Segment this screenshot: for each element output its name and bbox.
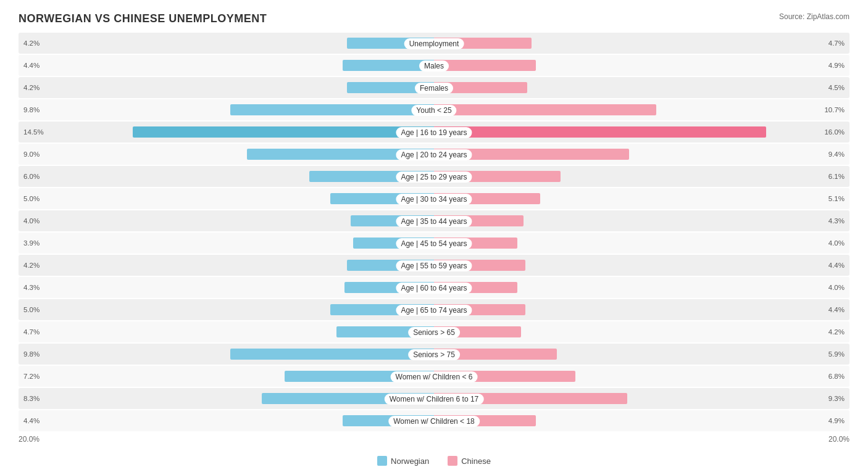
left-section: 4.4% bbox=[19, 410, 434, 431]
bar-inner: 9.8% Seniors > 75 5.9% bbox=[19, 344, 849, 365]
center-label-wrapper: Women w/ Children < 6 bbox=[391, 371, 478, 382]
right-section: 4.9% bbox=[434, 410, 849, 431]
rows-container: 4.2% Unemployment 4.7% bbox=[19, 33, 849, 432]
right-bar-container: 4.5% bbox=[434, 81, 849, 94]
bar-row: 5.0% Age | 65 to 74 years 4.4% bbox=[19, 299, 849, 320]
right-bar bbox=[434, 104, 656, 115]
left-value: 5.0% bbox=[23, 306, 40, 313]
right-bar-container: 4.4% bbox=[434, 258, 849, 272]
right-value: 4.5% bbox=[828, 84, 845, 91]
left-bar-container: 9.8% bbox=[19, 103, 434, 117]
right-value: 10.7% bbox=[824, 106, 845, 114]
center-label-wrapper: Seniors > 65 bbox=[408, 326, 460, 337]
chart-header: NORWEGIAN VS CHINESE UNEMPLOYMENT Source… bbox=[19, 12, 849, 25]
center-label: Age | 60 to 64 years bbox=[396, 283, 472, 294]
right-bar-container: 5.9% bbox=[434, 347, 849, 361]
center-label-wrapper: Age | 30 to 34 years bbox=[396, 193, 472, 204]
right-value: 4.4% bbox=[828, 306, 845, 313]
left-value: 5.0% bbox=[23, 195, 40, 202]
left-value: 9.0% bbox=[23, 151, 40, 158]
left-bar-container: 4.3% bbox=[19, 281, 434, 294]
left-section: 4.2% bbox=[19, 33, 434, 54]
chart-container: NORWEGIAN VS CHINESE UNEMPLOYMENT Source… bbox=[0, 0, 868, 467]
left-bar-container: 7.2% bbox=[19, 370, 434, 383]
right-bar-container: 16.0% bbox=[434, 125, 849, 139]
left-bar-container: 4.4% bbox=[19, 59, 434, 72]
center-label: Age | 16 to 19 years bbox=[396, 127, 472, 138]
center-label: Women w/ Children < 18 bbox=[388, 416, 480, 427]
right-section: 9.3% bbox=[434, 388, 849, 409]
center-label: Youth < 25 bbox=[411, 105, 456, 116]
right-value: 4.9% bbox=[828, 62, 845, 69]
right-section: 4.5% bbox=[434, 77, 849, 98]
left-section: 3.9% bbox=[19, 233, 434, 254]
right-value: 6.1% bbox=[828, 173, 845, 180]
left-value: 8.3% bbox=[23, 395, 40, 402]
bar-row: 4.4% Women w/ Children < 18 4.9% bbox=[19, 410, 849, 431]
right-section: 4.3% bbox=[434, 210, 849, 231]
center-label-wrapper: Age | 55 to 59 years bbox=[396, 260, 472, 271]
right-section: 4.4% bbox=[434, 299, 849, 320]
right-value: 4.7% bbox=[828, 39, 845, 47]
left-section: 4.0% bbox=[19, 210, 434, 231]
bar-inner: 4.2% Age | 55 to 59 years 4.4% bbox=[19, 255, 849, 276]
right-value: 4.2% bbox=[828, 328, 845, 336]
right-section: 5.9% bbox=[434, 344, 849, 365]
right-section: 4.0% bbox=[434, 233, 849, 254]
legend-chinese-box bbox=[448, 456, 457, 466]
center-label-wrapper: Age | 45 to 54 years bbox=[396, 238, 472, 249]
right-value: 4.0% bbox=[828, 239, 845, 247]
left-value: 14.5% bbox=[23, 128, 44, 136]
center-label: Women w/ Children < 6 bbox=[391, 371, 478, 382]
right-section: 4.9% bbox=[434, 55, 849, 76]
left-value: 7.2% bbox=[23, 373, 40, 380]
left-bar bbox=[230, 104, 434, 115]
left-bar-container: 6.0% bbox=[19, 170, 434, 183]
right-bar-container: 9.3% bbox=[434, 392, 849, 405]
left-section: 14.5% bbox=[19, 122, 434, 143]
left-section: 4.2% bbox=[19, 77, 434, 98]
right-bar-container: 4.0% bbox=[434, 236, 849, 250]
bar-inner: 9.0% Age | 20 to 24 years 9.4% bbox=[19, 144, 849, 165]
right-bar-container: 6.1% bbox=[434, 170, 849, 183]
left-value: 6.0% bbox=[23, 173, 40, 180]
left-section: 7.2% bbox=[19, 366, 434, 387]
right-value: 4.3% bbox=[828, 217, 845, 225]
left-bar-container: 5.0% bbox=[19, 192, 434, 205]
bar-row: 4.2% Unemployment 4.7% bbox=[19, 33, 849, 54]
left-value: 4.4% bbox=[23, 417, 40, 424]
left-bar-container: 4.2% bbox=[19, 258, 434, 272]
bar-row: 4.4% Males 4.9% bbox=[19, 55, 849, 76]
center-label-wrapper: Males bbox=[419, 60, 449, 71]
bar-inner: 14.5% Age | 16 to 19 years 16.0% bbox=[19, 122, 849, 143]
left-value: 4.2% bbox=[23, 84, 40, 91]
left-value: 4.2% bbox=[23, 262, 40, 269]
right-bar-container: 5.1% bbox=[434, 192, 849, 205]
bar-row: 4.7% Seniors > 65 4.2% bbox=[19, 321, 849, 342]
axis-right-label: 20.0% bbox=[828, 435, 849, 444]
legend-norwegian: Norwegian bbox=[377, 456, 429, 466]
bar-inner: 4.4% Males 4.9% bbox=[19, 55, 849, 76]
left-value: 4.7% bbox=[23, 328, 40, 336]
bar-inner: 5.0% Age | 65 to 74 years 4.4% bbox=[19, 299, 849, 320]
left-value: 3.9% bbox=[23, 239, 40, 247]
right-value: 5.9% bbox=[828, 350, 845, 358]
left-section: 4.4% bbox=[19, 55, 434, 76]
bar-inner: 4.3% Age | 60 to 64 years 4.0% bbox=[19, 277, 849, 298]
left-bar-container: 9.0% bbox=[19, 147, 434, 161]
legend: Norwegian Chinese bbox=[19, 451, 849, 466]
bar-row: 4.3% Age | 60 to 64 years 4.0% bbox=[19, 277, 849, 298]
right-bar-container: 4.0% bbox=[434, 281, 849, 294]
left-bar-container: 4.2% bbox=[19, 81, 434, 94]
center-label: Age | 20 to 24 years bbox=[396, 149, 472, 160]
bar-row: 4.0% Age | 35 to 44 years 4.3% bbox=[19, 210, 849, 231]
bar-row: 3.9% Age | 45 to 54 years 4.0% bbox=[19, 233, 849, 254]
center-label: Age | 30 to 34 years bbox=[396, 194, 472, 205]
left-value: 9.8% bbox=[23, 350, 40, 358]
bar-inner: 3.9% Age | 45 to 54 years 4.0% bbox=[19, 233, 849, 254]
center-label: Females bbox=[415, 83, 453, 94]
right-value: 4.9% bbox=[828, 417, 845, 424]
bar-row: 14.5% Age | 16 to 19 years 16.0% bbox=[19, 122, 849, 143]
bar-inner: 4.4% Women w/ Children < 18 4.9% bbox=[19, 410, 849, 431]
left-section: 9.8% bbox=[19, 99, 434, 120]
